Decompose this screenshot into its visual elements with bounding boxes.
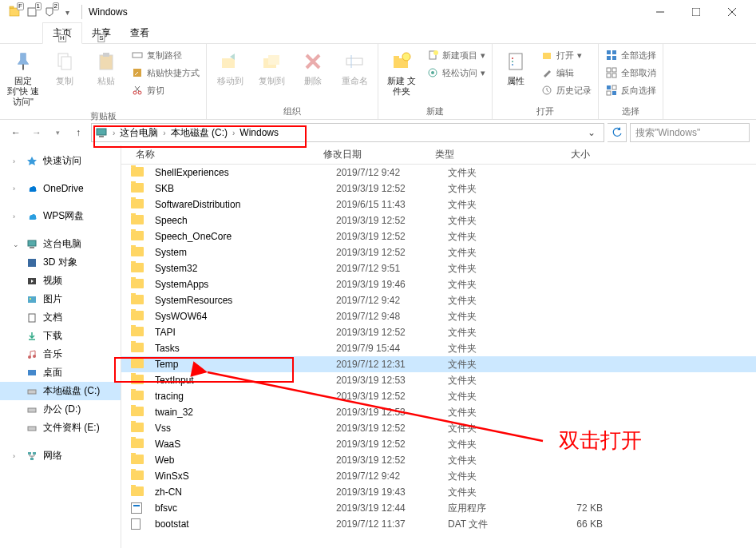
sidebar-item-drive-c[interactable]: 本地磁盘 (C:) xyxy=(0,382,121,400)
pin-to-quick-access-button[interactable]: 固定到"快 速访问" xyxy=(5,47,42,109)
open-button[interactable]: 打开 ▾ xyxy=(539,47,593,63)
sidebar-item-drive-e[interactable]: 文件资料 (E:) xyxy=(0,419,121,437)
crumb-this-pc[interactable]: 这台电脑 xyxy=(117,126,161,140)
ribbon-group-label: 新建 xyxy=(383,104,487,119)
sidebar-item-music[interactable]: 音乐 xyxy=(0,345,121,363)
folder-icon xyxy=(131,439,144,448)
column-name[interactable]: 名称 xyxy=(121,148,317,161)
file-row[interactable]: WinSxS2019/7/12 9:42文件夹 xyxy=(121,468,756,484)
svg-rect-12 xyxy=(133,53,142,58)
copy-to-button[interactable]: 复制到 xyxy=(253,47,290,88)
tab-home[interactable]: 主页H xyxy=(42,22,82,44)
edit-button[interactable]: 编辑 xyxy=(539,65,593,81)
history-button[interactable]: 历史记录 xyxy=(539,82,593,98)
file-row[interactable]: SystemResources2019/7/12 9:42文件夹 xyxy=(121,292,756,308)
sidebar-item-3d[interactable]: 3D 对象 xyxy=(0,253,121,272)
chevron-right-icon[interactable]: › xyxy=(163,129,165,137)
qat-btn-2[interactable]: 2 xyxy=(42,4,57,20)
sidebar-item-quick-access[interactable]: ›快速访问 xyxy=(0,152,121,170)
file-row[interactable]: SysWOW642019/7/12 9:48文件夹 xyxy=(121,308,756,324)
breadcrumb-dropdown[interactable]: ⌄ xyxy=(583,127,600,138)
svg-rect-66 xyxy=(28,452,31,455)
search-input[interactable]: 搜索"Windows" xyxy=(630,123,750,142)
file-row[interactable]: Tasks2019/7/9 15:44文件夹 xyxy=(121,340,756,356)
file-row[interactable]: TextInput2019/3/19 12:53文件夹 xyxy=(121,372,756,388)
copy-path-button[interactable]: 复制路径 xyxy=(129,47,201,63)
svg-rect-32 xyxy=(509,54,522,69)
delete-button[interactable]: 删除 xyxy=(295,47,331,88)
file-row[interactable]: TAPI2019/3/19 12:52文件夹 xyxy=(121,324,756,340)
rename-icon xyxy=(342,49,367,74)
sidebar-item-videos[interactable]: 视频 xyxy=(0,272,121,290)
sidebar-item-network[interactable]: ›网络 xyxy=(0,447,121,465)
column-date[interactable]: 修改日期 xyxy=(317,148,429,161)
sidebar-item-pictures[interactable]: 图片 xyxy=(0,290,121,308)
sidebar-item-downloads[interactable]: 下载 xyxy=(0,327,121,345)
file-row[interactable]: Web2019/3/19 12:52文件夹 xyxy=(121,452,756,468)
properties-button[interactable]: 属性 xyxy=(497,47,534,88)
column-type[interactable]: 类型 xyxy=(429,148,517,161)
tab-view[interactable]: 查看 xyxy=(121,23,159,43)
paste-shortcut-button[interactable]: 粘贴快捷方式 xyxy=(129,65,201,81)
qat-file-icon[interactable]: F xyxy=(6,4,22,20)
file-row[interactable]: ShellExperiences2019/7/12 9:42文件夹 xyxy=(121,165,756,181)
qat-dropdown[interactable]: ▾ xyxy=(59,4,75,20)
file-row[interactable]: WaaS2019/3/19 12:52文件夹 xyxy=(121,436,756,452)
new-folder-button[interactable]: 新建 文件夹 xyxy=(383,47,420,98)
sidebar-item-wps[interactable]: ›WPS网盘 xyxy=(0,207,121,225)
cut-button[interactable]: 剪切 xyxy=(129,82,201,98)
file-row[interactable]: bfsvc2019/3/19 12:44应用程序72 KB xyxy=(121,500,756,516)
move-to-button[interactable]: 移动到 xyxy=(212,47,248,88)
rename-button[interactable]: 重命名 xyxy=(336,47,373,88)
maximize-button[interactable] xyxy=(678,0,714,24)
nav-back-button[interactable]: ← xyxy=(6,123,26,142)
ribbon-group-organize: 移动到 复制到 删除 重命名 组织 xyxy=(207,44,378,119)
file-row[interactable]: SoftwareDistribution2019/6/15 11:43文件夹 xyxy=(121,197,756,212)
breadcrumb[interactable]: › 这台电脑 › 本地磁盘 (C:) › Windows ⌄ xyxy=(91,123,604,142)
title-bar: F 1 2 ▾ Windows xyxy=(0,0,756,24)
file-row[interactable]: zh-CN2019/3/19 19:43文件夹 xyxy=(121,484,756,500)
file-row[interactable]: Speech2019/3/19 12:52文件夹 xyxy=(121,212,756,228)
minimize-button[interactable] xyxy=(642,0,678,24)
nav-recent-button[interactable]: ▾ xyxy=(48,123,67,142)
sidebar-item-onedrive[interactable]: ›OneDrive xyxy=(0,180,121,197)
nav-up-button[interactable]: ↑ xyxy=(69,123,88,142)
svg-rect-50 xyxy=(97,129,106,135)
file-date: 2019/7/12 9:42 xyxy=(330,471,441,482)
file-row[interactable]: Speech_OneCore2019/3/19 12:52文件夹 xyxy=(121,228,756,244)
file-row[interactable]: SKB2019/3/19 12:52文件夹 xyxy=(121,181,756,197)
sidebar: ›快速访问 ›OneDrive ›WPS网盘 ⌄这台电脑 3D 对象 视频 图片… xyxy=(0,145,121,548)
sidebar-item-this-pc[interactable]: ⌄这台电脑 xyxy=(0,235,121,253)
file-row[interactable]: System322019/7/12 9:51文件夹 xyxy=(121,260,756,276)
svg-rect-46 xyxy=(607,85,611,89)
chevron-right-icon[interactable]: › xyxy=(113,129,115,137)
file-row[interactable]: twain_322019/3/19 12:53文件夹 xyxy=(121,404,756,420)
crumb-windows[interactable]: Windows xyxy=(236,127,282,138)
crumb-drive-c[interactable]: 本地磁盘 (C:) xyxy=(168,126,231,140)
select-none-button[interactable]: 全部取消 xyxy=(604,65,658,81)
select-all-button[interactable]: 全部选择 xyxy=(604,47,658,63)
file-row[interactable]: bootstat2019/7/12 11:37DAT 文件66 KB xyxy=(121,516,756,532)
sidebar-item-drive-d[interactable]: 办公 (D:) xyxy=(0,400,121,419)
paste-button[interactable]: 粘贴 xyxy=(88,47,125,88)
refresh-button[interactable] xyxy=(608,123,627,142)
file-row[interactable]: tracing2019/3/19 12:52文件夹 xyxy=(121,388,756,404)
svg-line-16 xyxy=(136,86,140,91)
new-item-button[interactable]: 新建项目 ▾ xyxy=(425,47,487,63)
file-row[interactable]: Temp2019/7/12 12:31文件夹 xyxy=(121,356,756,372)
file-row[interactable]: Vss2019/3/19 12:52文件夹 xyxy=(121,420,756,436)
column-size[interactable]: 大小 xyxy=(517,148,596,161)
file-type: 文件夹 xyxy=(441,182,529,196)
sidebar-item-desktop[interactable]: 桌面 xyxy=(0,363,121,382)
chevron-right-icon[interactable]: › xyxy=(232,129,235,137)
invert-selection-button[interactable]: 反向选择 xyxy=(604,82,658,98)
file-row[interactable]: System2019/3/19 12:52文件夹 xyxy=(121,244,756,260)
qat-btn-1[interactable]: 1 xyxy=(24,4,40,20)
copy-button[interactable]: 复制 xyxy=(46,47,83,88)
easy-access-button[interactable]: 轻松访问 ▾ xyxy=(425,65,487,81)
sidebar-item-documents[interactable]: 文档 xyxy=(0,308,121,327)
tab-share[interactable]: 共享S xyxy=(82,23,121,43)
close-button[interactable] xyxy=(714,0,750,24)
file-row[interactable]: SystemApps2019/3/19 19:46文件夹 xyxy=(121,276,756,292)
nav-forward-button[interactable]: → xyxy=(27,123,46,142)
